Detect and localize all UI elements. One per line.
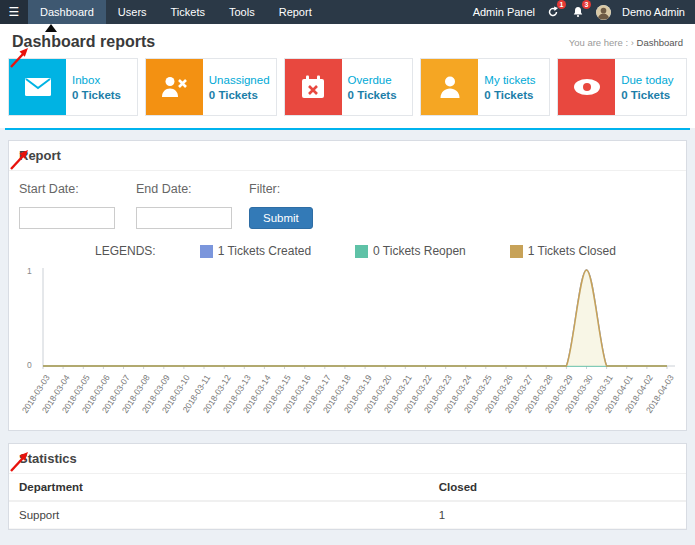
chart-legend: LEGENDS: 1 Tickets Created 0 Tickets Reo… xyxy=(95,244,686,258)
stat-count: 0 Tickets xyxy=(484,89,535,101)
nav-tab-label: Tickets xyxy=(171,6,205,18)
page-title: Dashboard reports xyxy=(12,33,155,51)
nav-tab-label: Report xyxy=(279,6,312,18)
eye-icon xyxy=(558,59,615,115)
page-header: Dashboard reports You are here : › Dashb… xyxy=(0,24,695,58)
refresh-icon-glyph xyxy=(547,6,559,18)
y-axis-label-max: 1 xyxy=(27,266,32,276)
table-header-cell: Closed xyxy=(429,474,686,501)
table-header-cell: Department xyxy=(9,474,429,501)
nav-tab-tickets[interactable]: Tickets xyxy=(159,0,217,24)
calendar-x-icon xyxy=(285,59,342,115)
breadcrumb-prefix: You are here : xyxy=(569,37,628,48)
stat-label: Inbox xyxy=(72,74,121,86)
y-axis-label-min: 0 xyxy=(27,360,32,370)
bell-icon[interactable]: 3 xyxy=(571,5,585,19)
statistics-table: DepartmentClosed Support1 xyxy=(9,474,686,529)
report-panel-title: Report xyxy=(9,141,686,171)
annotation-arrow-statistics xyxy=(7,450,31,474)
refresh-icon[interactable]: 1 xyxy=(546,5,560,19)
legend-item-reopen: 0 Tickets Reopen xyxy=(355,244,466,258)
top-navbar: ☰ Dashboard Users Tickets Tools Report A… xyxy=(0,0,695,24)
user-x-icon xyxy=(146,59,203,115)
stat-label: Unassigned xyxy=(209,74,270,86)
stat-label: My tickets xyxy=(484,74,535,86)
stat-label: Overdue xyxy=(348,74,397,86)
start-date-input[interactable] xyxy=(19,207,115,229)
stat-box-unassigned[interactable]: Unassigned 0 Tickets xyxy=(145,58,277,116)
stat-count: 0 Tickets xyxy=(621,89,673,101)
stat-label: Due today xyxy=(621,74,673,86)
submit-button[interactable]: Submit xyxy=(249,207,313,229)
legend-title: LEGENDS: xyxy=(95,244,156,258)
nav-tab-tools[interactable]: Tools xyxy=(217,0,267,24)
table-row: Support1 xyxy=(9,501,686,529)
nav-tab-users[interactable]: Users xyxy=(106,0,159,24)
nav-tab-label: Tools xyxy=(229,6,255,18)
table-cell: Support xyxy=(9,501,429,529)
x-axis-labels: 2018-03-032018-03-042018-03-052018-03-06… xyxy=(41,266,681,430)
user-name[interactable]: Demo Admin xyxy=(622,6,685,18)
stat-box-due-today[interactable]: Due today 0 Tickets xyxy=(557,58,687,116)
legend-label: 1 Tickets Closed xyxy=(528,244,616,258)
statistics-panel-title: Statistics xyxy=(9,444,686,474)
report-filter-form: Start Date: End Date: Filter: Submit xyxy=(9,171,686,229)
nav-tab-dashboard[interactable]: Dashboard xyxy=(28,0,106,24)
legend-item-closed: 1 Tickets Closed xyxy=(510,244,616,258)
annotation-arrow-title xyxy=(7,46,31,70)
section-divider xyxy=(5,128,690,130)
top-section: Dashboard reports You are here : › Dashb… xyxy=(0,24,695,128)
stat-count: 0 Tickets xyxy=(209,89,270,101)
navbar-right: Admin Panel 1 3 Demo Admin xyxy=(473,0,695,24)
notification-badge: 3 xyxy=(582,0,591,9)
legend-swatch-reopen xyxy=(355,245,368,258)
legend-swatch-created xyxy=(200,245,213,258)
start-date-label: Start Date: xyxy=(19,182,136,196)
stat-count: 0 Tickets xyxy=(348,89,397,101)
legend-label: 0 Tickets Reopen xyxy=(373,244,466,258)
user-icon xyxy=(421,59,478,115)
breadcrumb-separator: › xyxy=(631,37,634,48)
tickets-chart: 1 0 2018-03-032018-03-042018-03-052018-0… xyxy=(19,266,676,430)
nav-tab-label: Dashboard xyxy=(40,6,94,18)
table-header-row: DepartmentClosed xyxy=(9,474,686,501)
legend-item-created: 1 Tickets Created xyxy=(200,244,311,258)
report-panel: Report Start Date: End Date: Filter: Sub… xyxy=(8,140,687,431)
legend-swatch-closed xyxy=(510,245,523,258)
table-cell: 1 xyxy=(429,501,686,529)
annotation-arrow-report xyxy=(7,148,31,172)
breadcrumb-current[interactable]: Dashboard xyxy=(637,37,683,48)
end-date-input[interactable] xyxy=(136,207,232,229)
stat-box-my-tickets[interactable]: My tickets 0 Tickets xyxy=(420,58,550,116)
avatar-icon xyxy=(596,5,611,20)
end-date-label: End Date: xyxy=(136,182,249,196)
stat-boxes-row: Inbox 0 Tickets Unassigned 0 Tickets Ove… xyxy=(8,58,687,116)
filter-label: Filter: xyxy=(249,182,313,196)
hamburger-menu-icon[interactable]: ☰ xyxy=(0,0,28,24)
admin-panel-link[interactable]: Admin Panel xyxy=(473,6,535,18)
nav-tab-report[interactable]: Report xyxy=(267,0,324,24)
nav-tab-label: Users xyxy=(118,6,147,18)
stat-box-overdue[interactable]: Overdue 0 Tickets xyxy=(284,58,414,116)
annotation-caret xyxy=(45,24,57,32)
main-menu: Dashboard Users Tickets Tools Report xyxy=(28,0,324,24)
refresh-badge: 1 xyxy=(557,0,566,9)
statistics-panel: Statistics DepartmentClosed Support1 xyxy=(8,443,687,530)
bell-icon-glyph xyxy=(572,6,584,18)
stat-count: 0 Tickets xyxy=(72,89,121,101)
breadcrumb: You are here : › Dashboard xyxy=(569,37,683,48)
legend-label: 1 Tickets Created xyxy=(218,244,311,258)
avatar[interactable] xyxy=(596,5,611,20)
